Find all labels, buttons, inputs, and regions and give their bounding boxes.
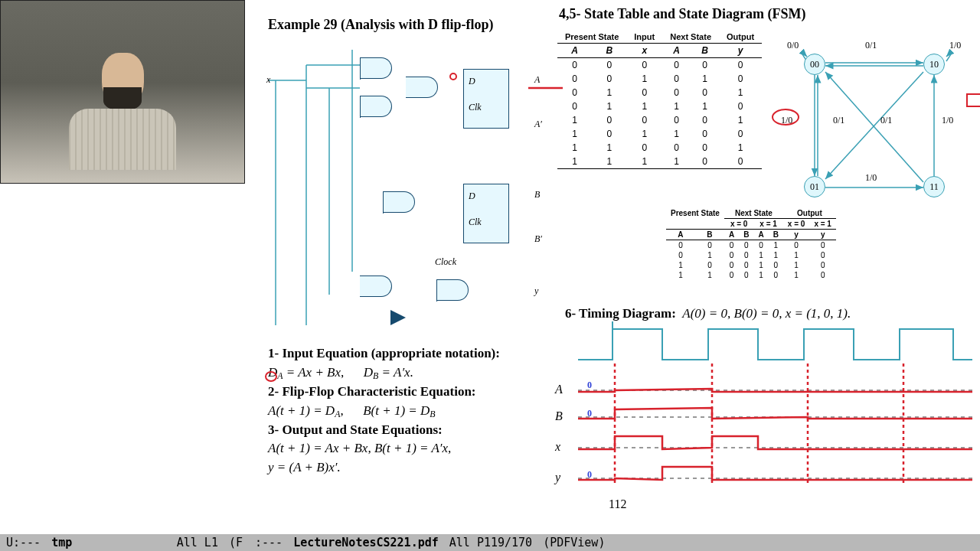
flip-flop-a: D Clk	[463, 69, 509, 129]
webcam-feed	[0, 0, 245, 184]
annotation-circle-1	[449, 73, 457, 80]
blue-mark-1: 0	[587, 380, 592, 391]
example-title: Example 29 (Analysis with D flip-flop)	[268, 17, 494, 33]
state-diagram: 00 10 01 11 0/0 0/1 1/0 1/0 0/1 0/1 1/0 …	[781, 38, 972, 210]
eq-state: A(t + 1) = Ax + Bx, B(t + 1) = A′x,	[268, 439, 574, 458]
output-Aprime: A′	[534, 119, 542, 130]
and-gate-1	[360, 57, 392, 79]
page-number: 112	[609, 497, 626, 511]
state-table: Present State Input Next State Output AB…	[557, 31, 762, 169]
blue-mark-3: 0	[587, 469, 592, 481]
output-y: y	[534, 285, 538, 297]
eq-header-2: 2- Flip-Flop Characteristic Equation:	[268, 383, 574, 402]
and-gate-4	[436, 279, 469, 301]
flip-flop-b: D Clk	[463, 184, 509, 243]
equations-block: 1- Input Equation (appropriate notation)…	[268, 344, 574, 478]
eq-header-1: 1- Input Equation (appropriate notation)…	[268, 344, 574, 364]
slide-content: Example 29 (Analysis with D flip-flop) 4…	[253, 0, 976, 520]
clock-label: Clock	[435, 256, 456, 268]
eq-da: DA = Ax + Bx, DB = A′x.	[268, 364, 574, 383]
state-00: 00	[804, 54, 825, 75]
state-10: 10	[923, 54, 945, 75]
section-6: 6- Timing Diagram: A(0) = 0, B(0) = 0, x…	[565, 306, 851, 321]
emacs-status-right: :--- LectureNotesCS221.pdf All P119/170 …	[249, 534, 980, 551]
or-gate-2	[360, 276, 392, 297]
and-gate-2	[360, 96, 392, 117]
annotation-circle-da	[265, 371, 277, 382]
timing-diagram: A B x y 0 0 0	[555, 321, 972, 497]
annotation-circle-edge	[772, 109, 799, 126]
eq-header-3: 3- Output and State Equations:	[268, 421, 574, 440]
state-01: 01	[804, 176, 825, 197]
eq-output: y = (A + B)x′.	[268, 458, 574, 478]
state-11: 11	[923, 176, 945, 197]
or-gate-1	[406, 77, 438, 98]
and-gate-3	[383, 191, 415, 213]
blue-mark-2: 0	[587, 408, 592, 419]
presenter-silhouette	[69, 53, 176, 183]
emacs-status-left: U:--- tmp All L1 (F	[0, 534, 249, 551]
output-B: B	[534, 189, 540, 201]
input-x-label: x	[266, 74, 270, 86]
circuit-diagram: x D Clk A A′ D Clk B B′ Clock y	[268, 42, 551, 325]
output-Bprime: B′	[534, 233, 542, 245]
not-gate	[390, 310, 406, 325]
compact-state-table: Present State Next State Output x = 0 x …	[666, 208, 836, 280]
eq-char: A(t + 1) = DA, B(t + 1) = DB	[268, 402, 574, 421]
section-45-title: 4,5- State Table and State Diagram (FSM)	[559, 6, 806, 22]
